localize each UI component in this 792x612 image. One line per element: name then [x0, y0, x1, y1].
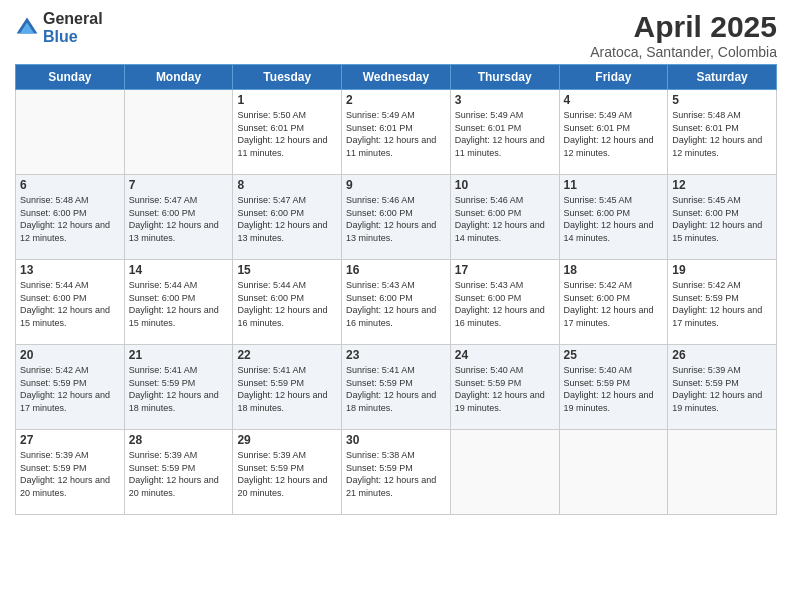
day-number: 21 [129, 348, 229, 362]
day-info: Sunrise: 5:46 AM Sunset: 6:00 PM Dayligh… [455, 194, 555, 244]
day-info: Sunrise: 5:42 AM Sunset: 5:59 PM Dayligh… [672, 279, 772, 329]
calendar-week-row-5: 27Sunrise: 5:39 AM Sunset: 5:59 PM Dayli… [16, 430, 777, 515]
table-row: 14Sunrise: 5:44 AM Sunset: 6:00 PM Dayli… [124, 260, 233, 345]
day-number: 24 [455, 348, 555, 362]
header-row: General Blue April 2025 Aratoca, Santand… [15, 10, 777, 60]
day-number: 14 [129, 263, 229, 277]
day-info: Sunrise: 5:40 AM Sunset: 5:59 PM Dayligh… [564, 364, 664, 414]
table-row: 2Sunrise: 5:49 AM Sunset: 6:01 PM Daylig… [342, 90, 451, 175]
day-info: Sunrise: 5:42 AM Sunset: 6:00 PM Dayligh… [564, 279, 664, 329]
table-row: 1Sunrise: 5:50 AM Sunset: 6:01 PM Daylig… [233, 90, 342, 175]
day-number: 3 [455, 93, 555, 107]
day-number: 29 [237, 433, 337, 447]
col-wednesday: Wednesday [342, 65, 451, 90]
day-info: Sunrise: 5:39 AM Sunset: 5:59 PM Dayligh… [672, 364, 772, 414]
table-row: 7Sunrise: 5:47 AM Sunset: 6:00 PM Daylig… [124, 175, 233, 260]
logo-icon [15, 16, 39, 40]
day-number: 18 [564, 263, 664, 277]
col-saturday: Saturday [668, 65, 777, 90]
day-number: 9 [346, 178, 446, 192]
day-number: 20 [20, 348, 120, 362]
table-row: 22Sunrise: 5:41 AM Sunset: 5:59 PM Dayli… [233, 345, 342, 430]
month-title: April 2025 [590, 10, 777, 44]
table-row: 24Sunrise: 5:40 AM Sunset: 5:59 PM Dayli… [450, 345, 559, 430]
day-info: Sunrise: 5:38 AM Sunset: 5:59 PM Dayligh… [346, 449, 446, 499]
day-number: 27 [20, 433, 120, 447]
day-info: Sunrise: 5:41 AM Sunset: 5:59 PM Dayligh… [129, 364, 229, 414]
day-info: Sunrise: 5:39 AM Sunset: 5:59 PM Dayligh… [129, 449, 229, 499]
day-number: 15 [237, 263, 337, 277]
day-number: 8 [237, 178, 337, 192]
day-number: 28 [129, 433, 229, 447]
table-row: 16Sunrise: 5:43 AM Sunset: 6:00 PM Dayli… [342, 260, 451, 345]
day-info: Sunrise: 5:50 AM Sunset: 6:01 PM Dayligh… [237, 109, 337, 159]
day-number: 12 [672, 178, 772, 192]
day-number: 19 [672, 263, 772, 277]
day-info: Sunrise: 5:48 AM Sunset: 6:01 PM Dayligh… [672, 109, 772, 159]
day-number: 25 [564, 348, 664, 362]
day-info: Sunrise: 5:44 AM Sunset: 6:00 PM Dayligh… [129, 279, 229, 329]
day-info: Sunrise: 5:44 AM Sunset: 6:00 PM Dayligh… [20, 279, 120, 329]
calendar-table: Sunday Monday Tuesday Wednesday Thursday… [15, 64, 777, 515]
table-row: 5Sunrise: 5:48 AM Sunset: 6:01 PM Daylig… [668, 90, 777, 175]
col-tuesday: Tuesday [233, 65, 342, 90]
page: General Blue April 2025 Aratoca, Santand… [0, 0, 792, 612]
day-number: 6 [20, 178, 120, 192]
calendar-header-row: Sunday Monday Tuesday Wednesday Thursday… [16, 65, 777, 90]
table-row: 29Sunrise: 5:39 AM Sunset: 5:59 PM Dayli… [233, 430, 342, 515]
table-row [16, 90, 125, 175]
day-number: 7 [129, 178, 229, 192]
table-row: 18Sunrise: 5:42 AM Sunset: 6:00 PM Dayli… [559, 260, 668, 345]
table-row: 19Sunrise: 5:42 AM Sunset: 5:59 PM Dayli… [668, 260, 777, 345]
table-row: 28Sunrise: 5:39 AM Sunset: 5:59 PM Dayli… [124, 430, 233, 515]
col-monday: Monday [124, 65, 233, 90]
day-number: 10 [455, 178, 555, 192]
day-info: Sunrise: 5:45 AM Sunset: 6:00 PM Dayligh… [564, 194, 664, 244]
table-row: 17Sunrise: 5:43 AM Sunset: 6:00 PM Dayli… [450, 260, 559, 345]
table-row: 26Sunrise: 5:39 AM Sunset: 5:59 PM Dayli… [668, 345, 777, 430]
day-info: Sunrise: 5:44 AM Sunset: 6:00 PM Dayligh… [237, 279, 337, 329]
day-number: 1 [237, 93, 337, 107]
day-number: 11 [564, 178, 664, 192]
day-info: Sunrise: 5:41 AM Sunset: 5:59 PM Dayligh… [237, 364, 337, 414]
logo: General Blue [15, 10, 103, 45]
day-info: Sunrise: 5:49 AM Sunset: 6:01 PM Dayligh… [346, 109, 446, 159]
calendar-week-row-4: 20Sunrise: 5:42 AM Sunset: 5:59 PM Dayli… [16, 345, 777, 430]
table-row: 27Sunrise: 5:39 AM Sunset: 5:59 PM Dayli… [16, 430, 125, 515]
table-row: 15Sunrise: 5:44 AM Sunset: 6:00 PM Dayli… [233, 260, 342, 345]
table-row [124, 90, 233, 175]
table-row: 21Sunrise: 5:41 AM Sunset: 5:59 PM Dayli… [124, 345, 233, 430]
day-info: Sunrise: 5:39 AM Sunset: 5:59 PM Dayligh… [20, 449, 120, 499]
day-info: Sunrise: 5:39 AM Sunset: 5:59 PM Dayligh… [237, 449, 337, 499]
day-number: 30 [346, 433, 446, 447]
calendar-week-row-2: 6Sunrise: 5:48 AM Sunset: 6:00 PM Daylig… [16, 175, 777, 260]
day-info: Sunrise: 5:45 AM Sunset: 6:00 PM Dayligh… [672, 194, 772, 244]
day-number: 5 [672, 93, 772, 107]
day-info: Sunrise: 5:48 AM Sunset: 6:00 PM Dayligh… [20, 194, 120, 244]
day-number: 13 [20, 263, 120, 277]
table-row: 25Sunrise: 5:40 AM Sunset: 5:59 PM Dayli… [559, 345, 668, 430]
day-number: 17 [455, 263, 555, 277]
table-row: 23Sunrise: 5:41 AM Sunset: 5:59 PM Dayli… [342, 345, 451, 430]
day-number: 23 [346, 348, 446, 362]
location-subtitle: Aratoca, Santander, Colombia [590, 44, 777, 60]
title-block: April 2025 Aratoca, Santander, Colombia [590, 10, 777, 60]
logo-general-text: General [43, 10, 103, 28]
col-friday: Friday [559, 65, 668, 90]
table-row: 30Sunrise: 5:38 AM Sunset: 5:59 PM Dayli… [342, 430, 451, 515]
table-row: 8Sunrise: 5:47 AM Sunset: 6:00 PM Daylig… [233, 175, 342, 260]
day-info: Sunrise: 5:43 AM Sunset: 6:00 PM Dayligh… [346, 279, 446, 329]
day-info: Sunrise: 5:47 AM Sunset: 6:00 PM Dayligh… [129, 194, 229, 244]
day-info: Sunrise: 5:49 AM Sunset: 6:01 PM Dayligh… [455, 109, 555, 159]
table-row: 10Sunrise: 5:46 AM Sunset: 6:00 PM Dayli… [450, 175, 559, 260]
table-row: 4Sunrise: 5:49 AM Sunset: 6:01 PM Daylig… [559, 90, 668, 175]
table-row: 3Sunrise: 5:49 AM Sunset: 6:01 PM Daylig… [450, 90, 559, 175]
calendar-week-row-3: 13Sunrise: 5:44 AM Sunset: 6:00 PM Dayli… [16, 260, 777, 345]
day-info: Sunrise: 5:41 AM Sunset: 5:59 PM Dayligh… [346, 364, 446, 414]
table-row: 20Sunrise: 5:42 AM Sunset: 5:59 PM Dayli… [16, 345, 125, 430]
day-info: Sunrise: 5:47 AM Sunset: 6:00 PM Dayligh… [237, 194, 337, 244]
table-row: 9Sunrise: 5:46 AM Sunset: 6:00 PM Daylig… [342, 175, 451, 260]
table-row [450, 430, 559, 515]
logo-text: General Blue [43, 10, 103, 45]
table-row [559, 430, 668, 515]
